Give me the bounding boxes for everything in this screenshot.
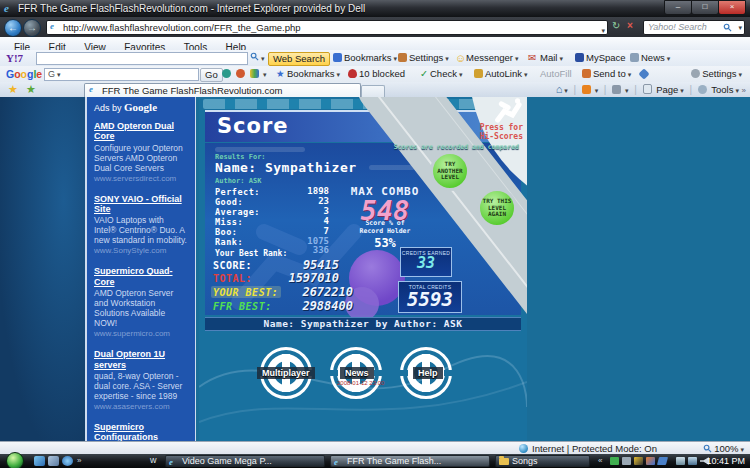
minimize-button[interactable]: – — [664, 0, 692, 15]
printer-icon[interactable] — [612, 85, 621, 94]
ad-url[interactable]: www.asaservers.com — [94, 402, 188, 411]
restore-button[interactable]: □ — [691, 0, 719, 15]
autolink-button[interactable]: AutoLink▾ — [474, 68, 528, 80]
yahoo-logo[interactable]: Y!7 — [6, 52, 23, 64]
ffr-best-value: 2988400 — [269, 299, 353, 313]
ad-title[interactable]: Dual Opteron 1U servers — [94, 349, 188, 370]
refresh-button[interactable]: ↻ — [612, 20, 620, 31]
yahoo-bookmarks-button[interactable]: Bookmarks▾ — [333, 52, 397, 64]
zoom-control[interactable]: 100%▾ — [703, 443, 744, 454]
popup-blocker-button[interactable]: 10 blocked — [348, 68, 405, 80]
forward-button[interactable]: → — [23, 19, 41, 37]
rss-feed-icon[interactable] — [582, 85, 591, 94]
zoom-magnifier-icon — [703, 444, 712, 453]
help-label[interactable]: Help — [413, 367, 443, 379]
window-title: FFR The Game FlashFlashRevolution.com - … — [18, 3, 365, 14]
tools-gear-icon — [698, 85, 707, 94]
tools-menu-button[interactable]: Tools — [711, 84, 733, 95]
home-icon[interactable]: ⌂ — [556, 83, 563, 95]
ad-item[interactable]: SONY VAIO - Official Site VAIO Laptops w… — [94, 194, 188, 256]
tray-icon-green[interactable] — [610, 457, 619, 465]
autofill-button[interactable]: AutoFill — [540, 68, 572, 80]
tab-title[interactable]: FFR The Game FlashFlashRevolution.com — [102, 84, 282, 97]
yahoo-search-box[interactable]: Yahoo! Search ▾ — [643, 20, 745, 35]
yahoo-mail-button[interactable]: Mail▾ — [540, 52, 563, 64]
ad-url[interactable]: www.supermicro.com — [94, 329, 188, 338]
news-label[interactable]: News — [340, 367, 374, 379]
favorites-star-icon[interactable]: ★ — [8, 82, 18, 96]
search-dropdown-icon[interactable]: ▾ — [738, 24, 742, 32]
google-bookmarks-button[interactable]: Bookmarks▾ — [287, 68, 340, 80]
ie-logo-icon: e — [4, 2, 9, 14]
scores-recorded-note: Scores are recorded and compared — [394, 143, 519, 151]
pencil-icon[interactable] — [640, 68, 650, 80]
try-this-level-again-button[interactable]: TRY THISLEVELAGAIN — [477, 188, 517, 228]
tray-icon-orange[interactable] — [646, 457, 655, 465]
google-search-input[interactable]: G▾ — [44, 68, 199, 81]
stat-label: Average: — [215, 207, 260, 217]
song-name: Name: Sympathizer — [215, 160, 357, 175]
url-text[interactable]: http://www.flashflashrevolution.com/FFR_… — [63, 21, 301, 34]
ad-title[interactable]: Supermicro Configurations — [94, 422, 188, 441]
address-dropdown-icon[interactable]: ▾ — [601, 24, 605, 37]
taskbar-button-ffr[interactable]: e FFR The Game Flash... — [330, 455, 490, 467]
ad-body: AMD Opteron Server and Workstation Solut… — [94, 288, 188, 328]
ad-url[interactable]: www.SonyStyle.com — [94, 246, 188, 255]
ad-item[interactable]: Supermicro Configurations Advance Soluti… — [94, 422, 188, 441]
switch-windows-icon[interactable] — [48, 456, 59, 466]
best-rank-label: Your Best Rank: — [215, 249, 287, 258]
yahoo-settings-button[interactable]: Settings▾ — [398, 52, 449, 64]
stop-button[interactable]: × — [627, 20, 633, 31]
send-to-button[interactable]: Send to▾ — [582, 68, 631, 80]
flash-game[interactable]: Score Press forHi-Scores Scores are reco… — [199, 97, 527, 441]
back-button[interactable]: ← — [4, 19, 22, 37]
yahoo-myspace-button[interactable]: MySpace — [575, 52, 626, 64]
tray-icon-yellow[interactable] — [634, 457, 643, 465]
history-icon[interactable] — [236, 68, 247, 80]
close-button[interactable]: × — [718, 0, 746, 15]
score-value: 95415 — [255, 258, 339, 272]
toolbar-overflow-icon[interactable]: » — [742, 86, 746, 95]
taskbar-button-video-game[interactable]: e Video Game Mega P... — [165, 455, 325, 467]
ad-title[interactable]: Supermicro Quad-Core — [94, 266, 188, 287]
ad-item[interactable]: AMD Opteron Dual Core Configure your Opt… — [94, 121, 188, 183]
highlighter-icon[interactable]: ▾ — [250, 68, 267, 80]
page-menu-button[interactable]: Page — [656, 84, 678, 95]
tray-icon-window[interactable] — [622, 457, 631, 465]
check-button[interactable]: Check▾ — [430, 68, 462, 80]
ad-url[interactable]: www.serversdirect.com — [94, 174, 188, 183]
show-desktop-icon[interactable] — [34, 456, 45, 466]
taskbar-button-songs[interactable]: Songs — [495, 455, 590, 467]
multiplayer-label[interactable]: Multiplayer — [257, 367, 315, 379]
security-icon[interactable] — [688, 457, 697, 465]
compass-icon[interactable] — [222, 68, 233, 80]
add-favorite-icon[interactable]: ★ — [26, 82, 36, 96]
ad-item[interactable]: Dual Opteron 1U servers quad, 8-way Opte… — [94, 349, 188, 411]
yahoo-news-button[interactable]: News▾ — [630, 52, 670, 64]
tab-active[interactable]: e FFR The Game FlashFlashRevolution.com — [84, 83, 361, 98]
taskbar-clock[interactable]: 10:41 PM — [706, 456, 745, 466]
search-icon[interactable]: ▾ — [250, 52, 265, 64]
ad-item[interactable]: Supermicro Quad-Core AMD Opteron Server … — [94, 266, 188, 338]
screen: e FFR The Game FlashFlashRevolution.com … — [0, 0, 750, 468]
start-button[interactable] — [6, 452, 24, 468]
network-icon[interactable] — [676, 457, 685, 465]
ie-quicklaunch-icon[interactable] — [62, 456, 73, 466]
ad-title[interactable]: SONY VAIO - Official Site — [94, 194, 188, 215]
search-placeholder[interactable]: Yahoo! Search — [648, 22, 707, 32]
yahoo-messenger-button[interactable]: Messenger▾ — [466, 52, 519, 64]
yahoo-toolbar-search-input[interactable] — [36, 52, 248, 65]
google-settings-button[interactable]: Settings▾ — [691, 68, 742, 80]
tray-icon-pencil[interactable] — [657, 457, 668, 465]
tray-expand-icon[interactable]: « — [598, 456, 602, 465]
ad-title[interactable]: AMD Opteron Dual Core — [94, 121, 188, 142]
quicklaunch-overflow-icon[interactable]: » — [77, 456, 81, 465]
stat-label: Boo: — [215, 227, 237, 237]
press-for-hiscores-button[interactable]: Press forHi-Scores — [480, 124, 523, 142]
google-go-button[interactable]: Go — [200, 68, 223, 82]
web-search-button[interactable]: Web Search — [268, 52, 330, 66]
internet-zone-icon — [519, 444, 528, 453]
search-icon[interactable] — [723, 23, 732, 32]
try-another-level-button[interactable]: TRYANOTHERLEVEL — [430, 151, 470, 191]
address-field[interactable]: e http://www.flashflashrevolution.com/FF… — [46, 20, 608, 35]
